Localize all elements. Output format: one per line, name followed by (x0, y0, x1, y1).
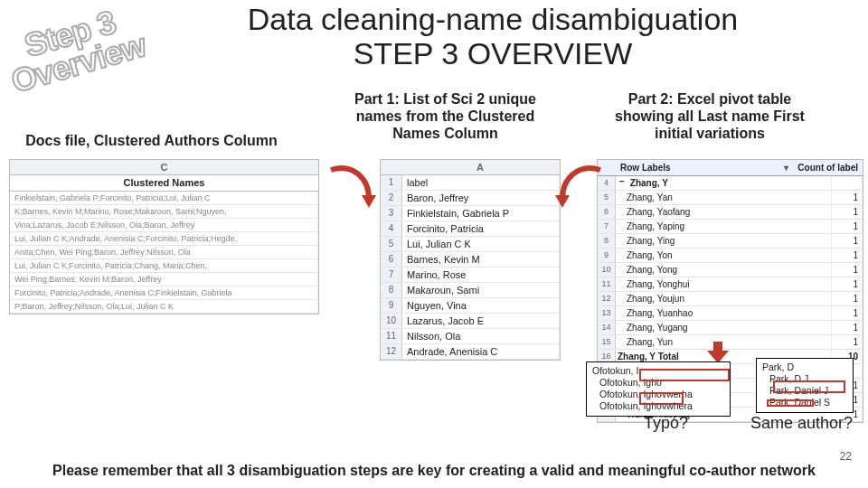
cell: Barnes, Kevin M (402, 252, 560, 267)
ofo-3: Ofotokun, Ighovwhera (592, 400, 724, 412)
arrow-curve-right (555, 163, 609, 208)
table-row: 5Zhang, Yan1 (598, 191, 863, 205)
cell: Forcinito, Patricia (402, 221, 560, 236)
pivot-label: Zhang, Yong (616, 263, 832, 277)
pivot-count: 1 (832, 205, 863, 219)
table-row: 6Zhang, Yaofang1 (598, 205, 863, 220)
pivot-count: 1 (832, 234, 863, 248)
unique-names-table: A 1label2Baron, Jeffrey3Finkielstain, Ga… (380, 159, 561, 361)
pivot-count: 1 (832, 249, 863, 262)
cell: Anita;Chen, Wei Ping;Baron, Jeffrey;Nils… (10, 246, 318, 258)
pivot-label: Zhang, Yugang (616, 321, 832, 334)
svg-rect-2 (713, 342, 722, 351)
pivot-label: Zhang, Yonghui (616, 277, 832, 291)
table-row: 11Nilsson, Ola (381, 329, 560, 344)
row-number: 9 (381, 298, 402, 313)
table-row: 3Finkielstain, Gabriela P (381, 206, 560, 221)
cell: Finkielstain, Gabriela P;Forcinito, Patr… (10, 192, 318, 204)
table-row: 12Zhang, Youjun1 (598, 292, 863, 306)
pivot-count: 1 (832, 335, 863, 349)
table-row: 8Makaroun, Sami (381, 283, 560, 298)
park-3: Park, Daniel S (762, 397, 847, 408)
page-number: 22 (840, 450, 852, 463)
ofo-0: Ofotokun, I (592, 365, 724, 377)
pivot-label: Zhang, Yaofang (616, 205, 832, 219)
table-row: K;Barnes, Kevin M;Marino, Rose;Makaroun,… (10, 205, 318, 219)
row-number: 8 (598, 234, 616, 248)
cell: Vina;Lazarus, Jacob E;Nilsson, Ola;Baron… (10, 219, 318, 231)
slide-title-2: STEP 3 OVERVIEW (154, 36, 832, 71)
pivot-label: Zhang, Yaping (616, 220, 832, 233)
row-number: 12 (381, 344, 402, 359)
table-row: 4Forcinito, Patricia (381, 221, 560, 237)
stamp: Step 3 Overview (0, 0, 149, 98)
pivot-count (832, 176, 863, 190)
row-number: 10 (598, 263, 616, 277)
row-number: 7 (598, 220, 616, 233)
table-row: Anita;Chen, Wei Ping;Baron, Jeffrey;Nils… (10, 246, 318, 259)
pivot-label: Zhang, Yan (616, 191, 832, 204)
row-number: 15 (598, 335, 616, 349)
svg-marker-0 (362, 195, 376, 208)
pivot-label: Zhang, Yon (616, 249, 832, 262)
table-row: 7Marino, Rose (381, 267, 560, 283)
arrow-down (705, 342, 731, 363)
row-number: 3 (381, 206, 402, 221)
svg-marker-1 (555, 195, 570, 208)
clustered-names-header: Clustered Names (10, 175, 318, 192)
cell: Wei Ping;Barnes, Kevin M;Baron, Jeffrey (10, 273, 318, 286)
pivot-label: Zhang, Yuanhao (616, 306, 832, 320)
pivot-label: Zhang, Y (628, 176, 832, 190)
row-number: 8 (381, 283, 402, 297)
row-number: 6 (381, 252, 402, 267)
row-number: 5 (381, 237, 402, 251)
row-number: 9 (598, 249, 616, 262)
caption-mid: Part 1: List of Sci 2 unique names from … (348, 90, 542, 143)
table-row: 10Lazarus, Jacob E (381, 314, 560, 329)
table-row: Lui, Julian C K;Forcinito, Patricia;Chan… (10, 259, 318, 273)
cell: Lui, Julian C K (402, 237, 560, 251)
cell: label (402, 175, 560, 190)
row-number: 13 (598, 306, 616, 320)
park-2: Park, Daniel J (762, 385, 847, 397)
table-row: Finkielstain, Gabriela P;Forcinito, Patr… (10, 192, 318, 205)
park-1: Park, D J (762, 373, 847, 385)
table-row: 5Lui, Julian C K (381, 237, 560, 252)
table-row: 14Zhang, Yugang1 (598, 321, 863, 335)
row-number: 10 (381, 314, 402, 328)
cell: K;Barnes, Kevin M;Marino, Rose;Makaroun,… (10, 205, 318, 218)
pivot-count: 1 (832, 277, 863, 291)
footer-note: Please remember that all 3 disambiguatio… (0, 463, 868, 479)
table-row: Wei Ping;Barnes, Kevin M;Baron, Jeffrey (10, 273, 318, 286)
pivot-label: Zhang, Ying (616, 234, 832, 248)
cell: Andrade, Anenisia C (402, 344, 560, 359)
row-number: 7 (381, 267, 402, 282)
table-row: 4−Zhang, Y (598, 176, 863, 191)
pivot-count: 1 (832, 191, 863, 204)
table-row: 8Zhang, Ying1 (598, 234, 863, 249)
cell: Nguyen, Vina (402, 298, 560, 313)
pivot-count: 1 (832, 292, 863, 305)
cell: Baron, Jeffrey (402, 191, 560, 205)
pivot-label: Zhang, Youjun (616, 292, 832, 305)
cell: Lui, Julian C K;Andrade, Anenisia C;Forc… (10, 232, 318, 245)
collapse-icon: − (616, 176, 628, 190)
cell: Nilsson, Ola (402, 329, 560, 343)
clustered-names-table: C Clustered Names Finkielstain, Gabriela… (9, 159, 319, 314)
table-row: Lui, Julian C K;Andrade, Anenisia C;Forc… (10, 232, 318, 246)
caption-left: Docs file, Clustered Authors Column (9, 132, 294, 149)
cell: P;Baron, Jeffrey;Nilsson, Ola;Lui, Julia… (10, 300, 318, 313)
table-row: 11Zhang, Yonghui1 (598, 277, 863, 292)
table-row: P;Baron, Jeffrey;Nilsson, Ola;Lui, Julia… (10, 300, 318, 314)
pivot-count: 1 (832, 263, 863, 277)
caption-right: Part 2: Excel pivot table showing all La… (606, 90, 814, 143)
row-number: 4 (381, 221, 402, 236)
park-box: Park, D Park, D J Park, Daniel J Park, D… (756, 358, 854, 413)
ofo-1: Ofotokun, Igho (592, 377, 724, 389)
pivot-count: 1 (832, 321, 863, 334)
table-row: 10Zhang, Yong1 (598, 263, 863, 277)
park-0: Park, D (762, 361, 847, 373)
table-row: 6Barnes, Kevin M (381, 252, 560, 267)
cell: Forcinito, Patricia;Andrade, Anenisia C;… (10, 286, 318, 299)
table-row: 9Zhang, Yon1 (598, 249, 863, 263)
